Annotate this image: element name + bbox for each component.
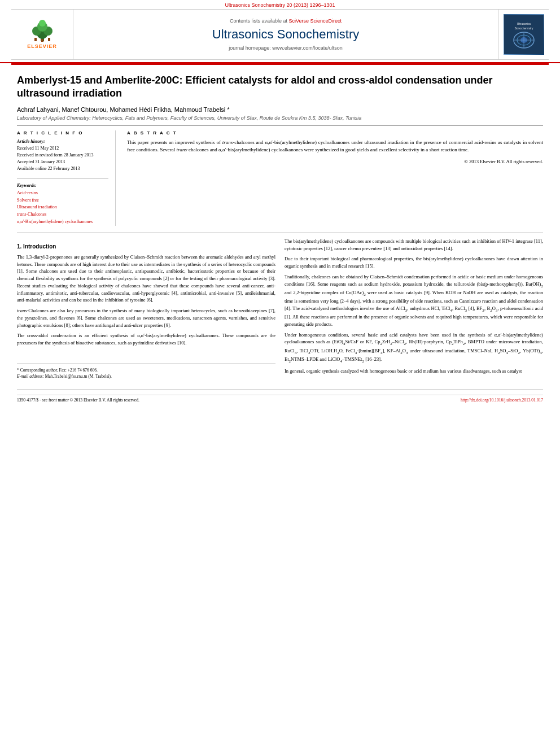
history-label: Article history:	[17, 139, 108, 144]
article-info-abstract-block: A R T I C L E I N F O Article history: R…	[17, 130, 543, 226]
received-date: Received 11 May 2012	[17, 145, 108, 152]
svg-text:Sonochemistry: Sonochemistry	[514, 27, 533, 30]
body-left-column: 1. Introduction The 1,3-diaryl-2-propeno…	[17, 238, 275, 380]
svg-text:Ultrasonics: Ultrasonics	[517, 22, 531, 25]
abstract-heading: A B S T R A C T	[127, 130, 543, 136]
journal-cover-image: Ultrasonics Sonochemistry	[498, 10, 549, 59]
info-separator	[17, 178, 108, 178]
separator-2	[17, 233, 543, 233]
body-para-3: The cross-aldol condensation is an effic…	[17, 332, 275, 347]
footer-license-text: 1350-4177/$ - see front matter © 2013 El…	[17, 397, 139, 403]
body-right-para-2: Due to their important biological and ph…	[285, 255, 543, 270]
footer-area: 1350-4177/$ - see front matter © 2013 El…	[0, 390, 560, 403]
body-right-column: The bis(arylmethylidene) cycloalkanones …	[285, 238, 543, 380]
accepted-date: Accepted 31 January 2013	[17, 159, 108, 165]
article-info-section: A R T I C L E I N F O Article history: R…	[17, 130, 116, 226]
body-right-para-5: In general, organic synthesis catalyzed …	[285, 368, 543, 375]
footnote-email: E-mail address: Mah.Trabelsi@fss.rnu.tn …	[17, 373, 275, 379]
article-affiliation: Laboratory of Applied Chemistry: Heteroc…	[17, 115, 543, 121]
svg-rect-6	[34, 38, 37, 41]
body-right-para-1: The bis(arylmethylidene) cycloalkanones …	[285, 238, 543, 252]
footer-bar: 1350-4177/$ - see front matter © 2013 El…	[17, 395, 543, 403]
elsevier-logo-block: ELSEVIER	[11, 10, 73, 59]
svg-rect-7	[48, 38, 50, 41]
elsevier-tree-icon	[29, 20, 56, 42]
article-history: Article history: Received 11 May 2012 Re…	[17, 139, 108, 172]
keywords-label: Keywords:	[17, 183, 108, 188]
received-revised-date: Received in revised form 28 January 2013	[17, 152, 108, 159]
intro-heading: 1. Introduction	[17, 242, 275, 251]
keyword-4: trans-Chalcones	[17, 211, 108, 219]
footnote-corresponding: * Corresponding author. Fax: +216 74 676…	[17, 367, 275, 373]
journal-top-bar: Ultrasonics Sonochemistry 20 (2013) 1296…	[0, 0, 560, 9]
keyword-3: Ultrasound irradiation	[17, 204, 108, 211]
article-title: Amberlyst-15 and Amberlite-200C: Efficie…	[17, 74, 543, 101]
journal-title: Ultrasonics Sonochemistry	[212, 27, 359, 42]
available-date: Available online 22 February 2013	[17, 165, 108, 172]
keywords-section: Keywords: Acid-resins Solvent free Ultra…	[17, 183, 108, 226]
abstract-section: A B S T R A C T This paper presents an i…	[127, 130, 543, 226]
body-columns: 1. Introduction The 1,3-diaryl-2-propeno…	[17, 238, 543, 380]
svg-point-5	[39, 20, 46, 27]
footer-separator	[17, 390, 543, 390]
article-content: Amberlyst-15 and Amberlite-200C: Efficie…	[0, 65, 560, 385]
contents-available-text: Contents lists available at SciVerse Sci…	[230, 18, 342, 24]
abstract-copyright: © 2013 Elsevier B.V. All rights reserved…	[127, 159, 543, 164]
abstract-text: This paper presents an improved synthesi…	[127, 139, 543, 154]
footnote-block: * Corresponding author. Fax: +216 74 676…	[17, 364, 275, 380]
keyword-2: Solvent free	[17, 197, 108, 204]
footer-doi[interactable]: http://dx.doi.org/10.1016/j.ultsonch.201…	[461, 397, 543, 403]
homepage-text: journal homepage: www.elsevier.com/locat…	[229, 45, 343, 51]
article-authors: Achraf Lahyani, Manef Chtourou, Mohamed …	[17, 106, 543, 113]
separator-1	[17, 125, 543, 126]
journal-cover-graphic: Ultrasonics Sonochemistry	[504, 14, 544, 55]
svg-rect-8	[41, 39, 43, 42]
elsevier-logo: ELSEVIER	[20, 19, 65, 50]
elsevier-brand-text: ELSEVIER	[27, 43, 57, 49]
article-info-heading: A R T I C L E I N F O	[17, 130, 108, 136]
body-para-1: The 1,3-diaryl-2-propenones are generall…	[17, 254, 275, 304]
journal-title-block: Contents lists available at SciVerse Sci…	[73, 10, 498, 59]
keyword-5: α,α′-Bis(arylmethylidene) cycloalkanones	[17, 219, 108, 226]
journal-citation: Ultrasonics Sonochemistry 20 (2013) 1296…	[225, 2, 335, 8]
journal-header: Ultrasonics Sonochemistry 20 (2013) 1296…	[0, 0, 560, 63]
body-right-para-3: Traditionally, chalcones can be obtained…	[285, 273, 543, 328]
body-para-2: trans-Chalcones are also key precursors …	[17, 307, 275, 329]
keyword-1: Acid-resins	[17, 190, 108, 197]
body-right-para-4: Under homogeneous conditions, several ba…	[285, 331, 543, 365]
journal-banner: ELSEVIER Contents lists available at Sci…	[11, 9, 549, 60]
sciverse-link[interactable]: SciVerse ScienceDirect	[289, 18, 342, 24]
